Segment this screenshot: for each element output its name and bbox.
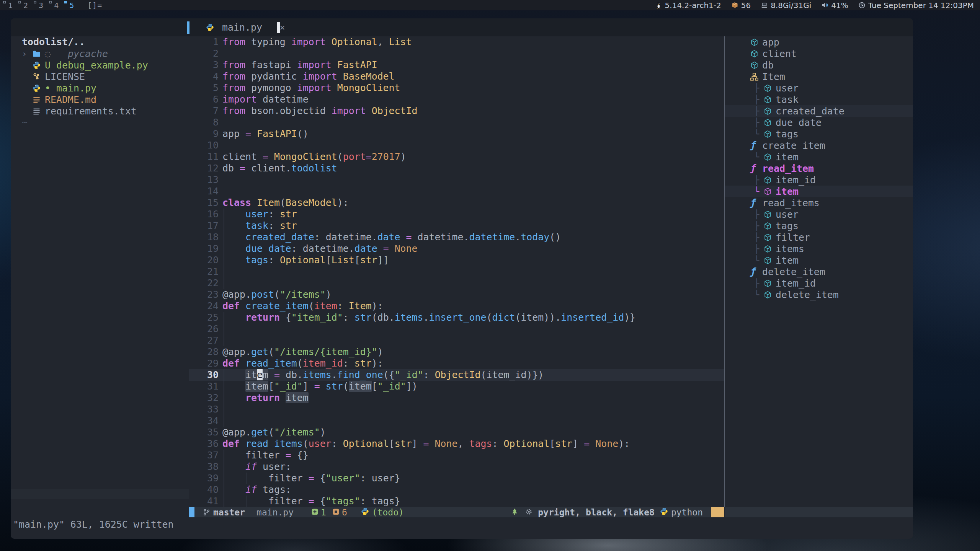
code-line[interactable]: 7from bson.objectid import ObjectId [189,105,724,117]
outline-item-read_items[interactable]: ƒread_items [725,197,913,209]
code-line[interactable]: 1from typing import Optional, List [189,36,724,48]
buffer-tab-main-py[interactable]: main.py ✕ [206,18,285,36]
code-line[interactable]: 15class Item(BaseModel): [189,197,724,209]
code-line[interactable]: 31 item["_id"] = str(item["_id"]) [189,381,724,392]
code-line[interactable]: 37 filter = {} [189,450,724,461]
code-line[interactable]: 14 [189,186,724,197]
python-icon [361,507,369,517]
code-line[interactable]: 22 [189,277,724,289]
code-line[interactable]: 6import datetime [189,94,724,105]
workspace-number: 2 [23,1,28,10]
outline-item-items[interactable]: ├items [725,243,913,254]
git-diff-counts: 1 6 [311,507,347,517]
indent-guide [224,450,224,461]
outline-item-filter[interactable]: ├filter [725,231,913,243]
code-line[interactable]: 27 [189,335,724,346]
code-line[interactable]: 10 [189,140,724,151]
outline-item-delete_item[interactable]: ƒdelete_item [725,266,913,277]
code-line[interactable]: 4from pydantic import BaseModel [189,71,724,82]
outline-item-user[interactable]: ├user [725,82,913,94]
outline-item-app[interactable]: app [725,36,913,48]
scroll-position-indicator[interactable] [711,507,724,517]
workspace-4[interactable]: 4 [48,0,64,10]
file-item-requirements-txt[interactable]: requirements.txt [11,105,189,117]
variable-cube-icon [764,107,772,115]
outline-item-create_item[interactable]: ƒcreate_item [725,140,913,151]
code-line-current[interactable]: 30 item = db.items.find_one({"_id": Obje… [189,369,724,381]
code-line[interactable]: 35@app.get("/items") [189,427,724,438]
code-line[interactable]: 40 if tags: [189,484,724,496]
code-line[interactable]: 11client = MongoClient(port=27017) [189,151,724,163]
outline-item-delete_item[interactable]: └delete_item [725,289,913,300]
code-editor[interactable]: 1from typing import Optional, List23from… [189,36,724,507]
line-text: created_date: datetime.date = datetime.d… [222,231,561,243]
code-line[interactable]: 25 return {"item_id": str(db.items.inser… [189,312,724,323]
close-buffer-icon[interactable]: ✕ [280,23,285,32]
code-line[interactable]: 29def read_item(item_id: str): [189,358,724,369]
file-item-readme-md[interactable]: README.md [11,94,189,105]
variable-cube-icon [764,176,772,184]
code-line[interactable]: 41 filter = {"tags": tags} [189,496,724,507]
outline-item-due_date[interactable]: ├due_date [725,117,913,128]
function-icon: ƒ [750,266,759,277]
code-line[interactable]: 33 [189,404,724,415]
active-buffer-indicator [187,21,189,34]
code-line[interactable]: 28@app.get("/items/{item_id}") [189,346,724,358]
outline-item-Item[interactable]: Item [725,71,913,82]
outline-item-client[interactable]: client [725,48,913,59]
line-text: filter = {"user": user} [222,473,400,484]
code-line[interactable]: 20 tags: Optional[List[str]] [189,254,724,266]
outline-item-tags[interactable]: └tags [725,128,913,140]
outline-item-tags[interactable]: ├tags [725,220,913,231]
memory-icon [761,2,768,9]
code-line[interactable]: 23@app.post("/items") [189,289,724,300]
code-line[interactable]: 16 user: str [189,209,724,220]
code-line[interactable]: 3from fastapi import FastAPI [189,59,724,71]
symbol-name: user [776,83,799,94]
code-line[interactable]: 36def read_items(user: Optional[str] = N… [189,438,724,450]
code-line[interactable]: 12db = client.todolist [189,163,724,174]
code-line[interactable]: 19 due_date: datetime.date = None [189,243,724,254]
code-line[interactable]: 38 if user: [189,461,724,473]
outline-item-item[interactable]: └item [725,186,913,197]
code-line[interactable]: 39 filter = {"user": user} [189,473,724,484]
outline-item-item_id[interactable]: ├item_id [725,174,913,186]
tree-connector: ├ [754,221,764,231]
workspace-5[interactable]: 5 [64,0,79,10]
status-text: 8.8Gi/31Gi [771,1,811,10]
outline-item-item[interactable]: └item [725,254,913,266]
chevron-right-icon[interactable]: › [22,49,33,59]
line-number: 14 [189,186,219,197]
file-item-debug-example-py[interactable]: Udebug_example.py [11,59,189,71]
code-line[interactable]: 8 [189,117,724,128]
code-line[interactable]: 32 return item [189,392,724,404]
file-item-main-py[interactable]: •main.py [11,82,189,94]
file-item--pycache-[interactable]: ›◌__pycache__ [11,48,189,59]
code-line[interactable]: 18 created_date: datetime.date = datetim… [189,231,724,243]
command-line-area[interactable]: "main.py" 63L, 1625C written [11,517,913,539]
code-line[interactable]: 2 [189,48,724,59]
workspace-1[interactable]: 1 [2,0,18,10]
outline-item-created_date[interactable]: ├created_date [725,105,913,117]
workspace-2[interactable]: 2 [18,0,33,10]
tree-connector: └ [754,290,764,300]
code-line[interactable]: 24def create_item(item: Item): [189,300,724,312]
outline-item-task[interactable]: ├task [725,94,913,105]
indent-guide [224,484,224,496]
outline-item-item[interactable]: └item [725,151,913,163]
code-line[interactable]: 17 task: str [189,220,724,231]
code-line[interactable]: 9app = FastAPI() [189,128,724,140]
outline-item-item_id[interactable]: ├item_id [725,277,913,289]
outline-item-db[interactable]: db [725,59,913,71]
code-line[interactable]: 13 [189,174,724,186]
code-line[interactable]: 21 [189,266,724,277]
line-number: 21 [189,266,219,277]
python-icon [33,61,41,69]
file-item-license[interactable]: LICENSE [11,71,189,82]
outline-item-user[interactable]: ├user [725,209,913,220]
code-line[interactable]: 34 [189,415,724,427]
workspace-3[interactable]: 3 [33,0,48,10]
outline-item-read_item[interactable]: ƒread_item [725,163,913,174]
code-line[interactable]: 5from pymongo import MongoClient [189,82,724,94]
code-line[interactable]: 26 [189,323,724,335]
